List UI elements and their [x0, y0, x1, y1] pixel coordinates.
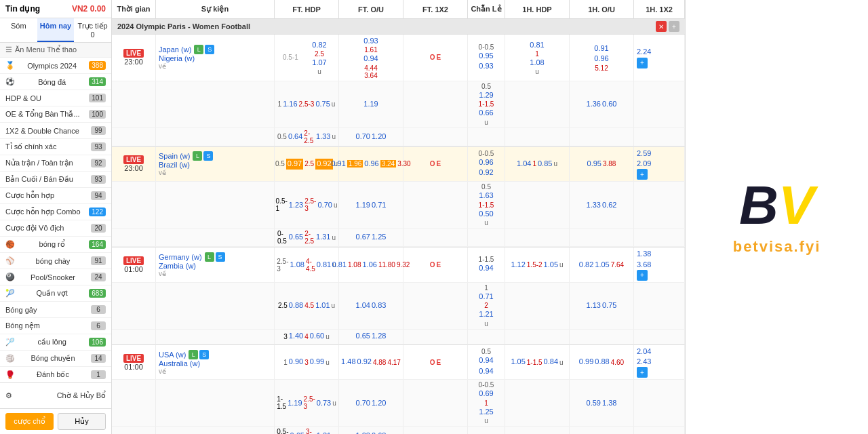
table-row: LIVE 01:00 Germany (w) L S Zambia (w) về: [112, 248, 685, 283]
team2-zambia[interactable]: Zambia (w): [159, 262, 271, 270]
stats-icon-btn-4[interactable]: S: [199, 350, 209, 359]
sidebar-item-combo[interactable]: Cược hỗn hợp Combo 122: [0, 204, 111, 220]
stats-icon-btn[interactable]: S: [205, 45, 214, 54]
sidebar-item-vodich[interactable]: Cược đội Vô địch 20: [0, 220, 111, 237]
ft-1x2-4: O E: [403, 345, 468, 380]
sidebar-item-cuochohhop[interactable]: Cược hỗn hợp 94: [0, 188, 111, 204]
nav-homnay[interactable]: Hôm nay: [37, 18, 75, 42]
match-time-4: LIVE 01:00: [112, 345, 156, 380]
col-ft-1x2: FT. 1X2: [403, 0, 468, 18]
sidebar-nav: Sóm Hôm nay Trực tiếp 0: [0, 18, 111, 43]
bancuoi-count: 93: [91, 175, 106, 184]
team1-japan[interactable]: Japan (w): [159, 45, 191, 54]
cuochon-count: 94: [91, 191, 106, 200]
nav-tructiep[interactable]: Trực tiếp 0: [74, 18, 111, 42]
stats-icon-btn-3[interactable]: S: [216, 252, 225, 262]
h1-ou-1: 0.91 0.96 5.12: [570, 35, 634, 81]
h1-ou-2: 0.95 3.88: [570, 147, 634, 182]
live-icon-btn-3[interactable]: L: [205, 252, 214, 262]
col-chanle: Chẵn Lẻ: [468, 0, 505, 18]
expand-btn-1[interactable]: +: [637, 58, 648, 68]
table-row: 3 1.40 4 0.60 u 0.65 1.28: [112, 330, 685, 344]
sub-hdp-1a: 1 1.16 2.5-3 0.75 u: [275, 81, 339, 127]
caulong-count: 106: [89, 338, 106, 347]
table-row: 2.5 0.88 4.5 1.01 u 1.04 0.83 1 0.71 2 1…: [112, 283, 685, 330]
match-event-4: USA (w) L S Australia (w) về: [156, 345, 275, 380]
huy-button[interactable]: Hủy: [58, 413, 106, 430]
quanvot-icon: 🎾: [5, 289, 15, 298]
expand-btn-2[interactable]: +: [637, 169, 648, 180]
table-row: LIVE 23:00 Japan (w) L S Nigeria (w) về: [112, 35, 685, 81]
logo-v-letter: V: [778, 178, 814, 233]
logo-panel: B V betvisa.fyi: [685, 0, 868, 434]
logo-row: B V: [739, 178, 814, 233]
danhboc-count: 1: [91, 370, 106, 379]
main-content: Thời gian Sự kiện FT. HDP FT. O/U FT. 1X…: [112, 0, 685, 434]
ft-hdp-1: 0.5-1 0.82 2.5 1.07 u: [275, 35, 339, 81]
sidebar-item-bongchay[interactable]: ⚾ bóng chày 91: [0, 253, 111, 269]
sidebar-item-oe[interactable]: OE & Tổng Bàn Thắ... 100: [0, 106, 111, 123]
sidebar-item-quanvot[interactable]: 🎾 Quần vợt 683: [0, 285, 111, 302]
cho-huy-bo[interactable]: ⚙ Chờ & Hủy Bổ: [5, 389, 106, 403]
tiso-count: 93: [91, 142, 106, 151]
bonggay-count: 6: [91, 305, 106, 314]
bongnem-count: 6: [91, 321, 106, 330]
team1-germany[interactable]: Germany (w): [159, 253, 202, 261]
team1-spain[interactable]: Spain (w): [159, 152, 190, 160]
h1-hdp-2: 1.04 1 0.85 u: [505, 147, 570, 182]
sidebar-item-pool[interactable]: 🎱 Pool/Snooker 24: [0, 269, 111, 285]
team2-brazil[interactable]: Brazil (w): [159, 161, 271, 169]
live-icon-btn[interactable]: L: [194, 45, 203, 54]
close-section-button[interactable]: ✕: [656, 21, 667, 32]
table-row: 0-0.5 0.65 2-2.5 1.31 u 0.67 1.25: [112, 229, 685, 247]
sidebar-item-bongchuyen[interactable]: 🏐 Bóng chuyền 14: [0, 351, 111, 367]
nav-som[interactable]: Sóm: [0, 18, 37, 42]
sidebar-item-bongro[interactable]: 🏀 bóng rổ 164: [0, 237, 111, 253]
live-badge: LIVE: [123, 49, 144, 58]
team2-australia[interactable]: Australia (w): [159, 359, 271, 368]
col-1h-hdp: 1H. HDP: [505, 0, 570, 18]
ft-ou-4: 1.48 0.92 4.88 4.17: [339, 345, 403, 380]
team1-usa[interactable]: USA (w): [159, 351, 186, 359]
section-controls: ✕ +: [656, 21, 679, 32]
sidebar-item-bongda[interactable]: ⚽ Bóng đá 314: [0, 74, 111, 90]
stats-icon-btn-2[interactable]: S: [203, 151, 213, 161]
live-badge-2: LIVE: [123, 155, 144, 164]
danhboc-icon: 🥊: [5, 370, 15, 379]
section-title: 2024 Olympic Paris - Women Football: [117, 22, 250, 31]
h1hdp-1: 0.81 1 1.08 u: [526, 40, 548, 76]
ft-hdp-3: 2.5-3 1.08 4-4.5 0.81 u: [275, 248, 339, 282]
match-event-3: Germany (w) L S Zambia (w) về: [156, 248, 275, 282]
sidebar-item-danhboc[interactable]: 🥊 Đánh bốc 1: [0, 367, 111, 382]
ft-ou-3: 0.81 1.08 1.06 11.80 9.32: [339, 248, 403, 282]
table-row: LIVE 01:00 USA (w) L S Australia (w) về: [112, 345, 685, 380]
sidebar-item-nuatran[interactable]: Nửa trận / Toàn trận 92: [0, 155, 111, 172]
cuoc-cho-button[interactable]: cược chổ: [5, 413, 54, 430]
expand-btn-3[interactable]: +: [637, 270, 648, 281]
sidebar-item-bonggay[interactable]: Bóng gây 6: [0, 302, 111, 318]
sidebar-item-tiso[interactable]: Tỉ số chính xác 93: [0, 139, 111, 155]
expand-btn-4[interactable]: +: [637, 367, 648, 378]
live-icon-btn-2[interactable]: L: [193, 151, 202, 161]
h1-1x2-1: 2.24 +: [634, 35, 685, 81]
expand-section-button[interactable]: +: [669, 21, 679, 32]
table-row: 0.5-1 1.23 2.5-3 0.70 u 1.19 0.71 0.5 1.…: [112, 182, 685, 229]
sidebar-item-olympics[interactable]: 🏅 Olympics 2024 388: [0, 58, 111, 74]
logo-tagline: betvisa.fyi: [733, 238, 821, 256]
sidebar-item-bongnem[interactable]: Bóng nệm 6: [0, 318, 111, 334]
team2-nigeria[interactable]: Nigeria (w): [159, 54, 271, 62]
sidebar-item-hdp[interactable]: HDP & OU 101: [0, 90, 111, 106]
table-row: LIVE 23:00 Spain (w) L S Brazil (w) về: [112, 147, 685, 182]
bongchuyen-icon: 🏐: [5, 354, 15, 363]
match-icons-4: L S: [189, 350, 209, 359]
live-icon-btn-4[interactable]: L: [189, 350, 198, 359]
cho-huy-icon: ⚙: [5, 391, 12, 400]
oe-count: 100: [89, 110, 106, 119]
sidebar-item-1x2[interactable]: 1X2 & Double Chance 99: [0, 123, 111, 139]
olympics-icon: 🏅: [5, 61, 15, 70]
sidebar-item-bancuoi[interactable]: Bản Cuối / Bán Đầu 93: [0, 172, 111, 188]
sidebar-item-caulong[interactable]: 🏸 cầu lông 106: [0, 334, 111, 351]
pool-count: 24: [91, 273, 106, 281]
hdp-home-1: 0.82 2.5 1.07 u: [309, 40, 330, 76]
col-thoigian: Thời gian: [112, 0, 156, 18]
